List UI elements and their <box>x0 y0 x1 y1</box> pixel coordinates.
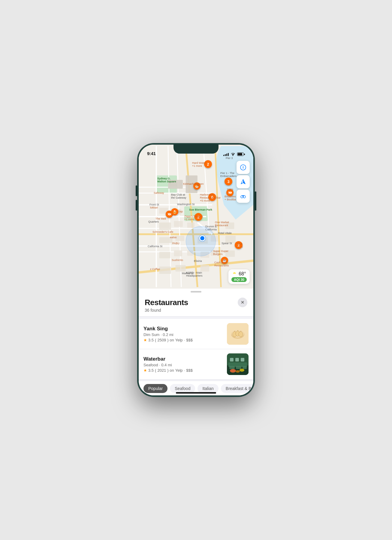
svg-rect-68 <box>235 358 239 362</box>
sheet-title: Restaurants <box>145 298 188 307</box>
svg-rect-64 <box>229 366 235 369</box>
info-icon: i <box>240 164 246 171</box>
restaurant-name-yank-sing: Yank Sing <box>143 326 223 332</box>
my-location-button[interactable] <box>237 175 250 188</box>
binoculars-icon <box>240 193 246 200</box>
svg-rect-67 <box>230 358 234 362</box>
map-pin-mijita[interactable]: 🍽 <box>226 189 234 196</box>
restaurant-category-waterbar: Seafood · 0.4 mi <box>143 363 223 367</box>
svg-rect-40 <box>201 265 209 272</box>
notch <box>173 145 219 154</box>
weather-icon <box>231 272 237 276</box>
svg-text:i: i <box>243 165 243 170</box>
svg-rect-37 <box>225 250 235 257</box>
info-button[interactable]: i <box>237 161 250 174</box>
svg-rect-36 <box>225 236 236 243</box>
map-pin-harborview[interactable]: 6 <box>208 193 216 201</box>
restaurant-info-waterbar: Waterbar Seafood · 0.4 mi ★ 3.5 (2021) o… <box>143 356 223 373</box>
vol-down-button[interactable] <box>136 200 137 211</box>
restaurant-info-yank-sing: Yank Sing Dim Sum · 0.2 mi ★ 3.5 (2509) … <box>143 326 223 342</box>
svg-rect-35 <box>225 223 234 229</box>
svg-rect-66 <box>243 366 247 369</box>
close-button[interactable]: ✕ <box>238 298 247 307</box>
signal-bar-2 <box>225 154 226 156</box>
phone-screen: 9:41 <box>139 145 253 395</box>
svg-rect-50 <box>242 195 244 196</box>
user-location-radius <box>186 226 216 256</box>
map-background: 2 6 3 2 2 🍜 🍽 🍽 ☕ 🍺 Hard Water+1 more Pi… <box>139 145 253 289</box>
star-icon: ★ <box>143 338 147 342</box>
svg-rect-23 <box>159 223 171 230</box>
map-pin-cashback[interactable]: ☕ <box>221 257 228 264</box>
svg-rect-29 <box>174 250 182 256</box>
restaurant-thumb-waterbar <box>227 353 249 375</box>
svg-rect-54 <box>232 274 236 276</box>
svg-point-60 <box>239 332 243 337</box>
filter-italian[interactable]: Italian <box>198 384 218 393</box>
restaurant-name-waterbar: Waterbar <box>143 356 223 362</box>
restaurant-item-waterbar[interactable]: Waterbar Seafood · 0.4 mi ★ 3.5 (2021) o… <box>139 349 253 380</box>
wifi-icon <box>231 152 235 156</box>
drag-handle[interactable] <box>191 291 201 292</box>
filter-popular[interactable]: Popular <box>143 384 167 393</box>
svg-rect-39 <box>175 265 185 272</box>
signal-bar-4 <box>228 153 229 156</box>
map-area[interactable]: 2 6 3 2 2 🍜 🍽 🍽 ☕ 🍺 Hard Water+1 more Pi… <box>139 145 253 289</box>
aqi-badge: AQI 30 <box>231 277 247 282</box>
sheet-header: Restaurants ✕ 36 found <box>139 293 253 316</box>
restaurant-category-yank-sing: Dim Sum · 0.2 mi <box>143 332 223 337</box>
temperature-label: 68° <box>239 271 246 277</box>
sheet-subtitle: 36 found <box>145 308 247 313</box>
vol-up-button[interactable] <box>136 185 137 196</box>
svg-rect-38 <box>159 267 171 274</box>
svg-point-72 <box>236 370 240 373</box>
explore-button[interactable] <box>237 190 250 203</box>
svg-rect-28 <box>159 252 170 259</box>
power-button[interactable] <box>255 191 256 211</box>
restaurant-rating-waterbar: ★ 3.5 (2021) on Yelp · $$$ <box>143 368 223 373</box>
map-pin-cluster3[interactable]: 3 <box>225 178 232 185</box>
filter-seafood[interactable]: Seafood <box>170 384 195 393</box>
svg-rect-25 <box>187 223 194 228</box>
map-pin-ziggys[interactable]: 2 <box>194 213 202 221</box>
battery-icon <box>237 152 245 156</box>
waterbar-thumbnail <box>227 353 249 375</box>
svg-rect-27 <box>175 236 184 241</box>
status-icons <box>223 152 245 156</box>
home-indicator[interactable] <box>176 392 216 394</box>
bottom-sheet: Restaurants ✕ 36 found Yank Sing Dim Sum… <box>139 293 253 395</box>
svg-rect-41 <box>168 180 183 189</box>
svg-rect-69 <box>241 358 244 362</box>
dimsum-thumbnail <box>227 323 249 345</box>
weather-row: 68° <box>231 271 247 277</box>
filter-breakfast[interactable]: Breakfast & Brun <box>221 384 253 393</box>
map-pin-kirimachi[interactable]: 🍜 <box>193 182 201 190</box>
svg-point-71 <box>240 369 244 372</box>
signal-bars-icon <box>223 152 229 156</box>
svg-rect-65 <box>236 366 241 369</box>
star-icon-2: ★ <box>143 368 147 373</box>
map-pin-schroeder[interactable]: 🍺 <box>171 208 178 215</box>
signal-bar-1 <box>223 155 224 156</box>
signal-bar-3 <box>226 154 227 156</box>
svg-point-70 <box>230 369 236 373</box>
restaurant-item-yank-sing[interactable]: Yank Sing Dim Sum · 0.2 mi ★ 3.5 (2509) … <box>139 319 253 349</box>
svg-rect-26 <box>159 237 173 243</box>
map-controls: i <box>237 161 250 203</box>
status-time: 9:41 <box>147 151 156 156</box>
map-pin-yank[interactable]: 2 <box>235 241 243 249</box>
restaurant-list: Yank Sing Dim Sum · 0.2 mi ★ 3.5 (2509) … <box>139 319 253 380</box>
sheet-title-row: Restaurants ✕ <box>145 298 247 307</box>
restaurant-thumb-yank-sing <box>227 323 249 345</box>
phone-frame: 9:41 <box>137 143 255 397</box>
location-arrow-icon <box>240 178 246 185</box>
user-location-dot <box>199 235 205 241</box>
svg-point-0 <box>233 155 233 156</box>
restaurant-rating-yank-sing: ★ 3.5 (2509) on Yelp · $$$ <box>143 338 223 342</box>
weather-widget[interactable]: 68° AQI 30 <box>228 269 250 284</box>
svg-rect-24 <box>174 221 183 227</box>
map-pin-hard-water[interactable]: 2 <box>204 160 212 168</box>
